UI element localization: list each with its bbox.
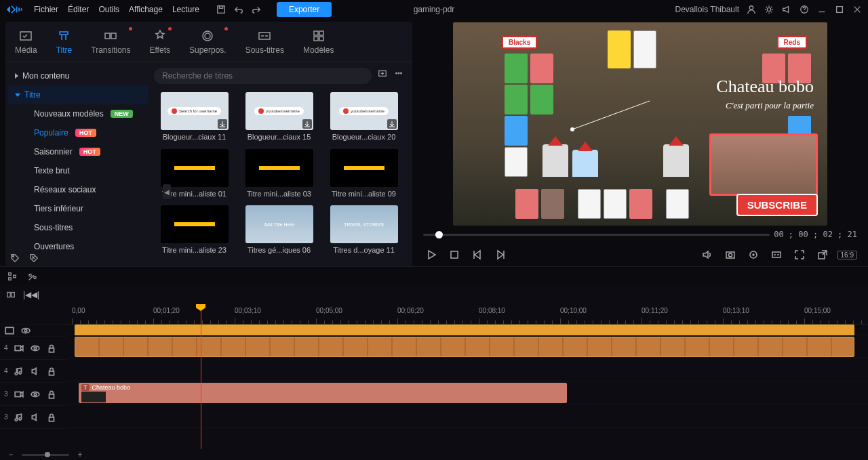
maximize-icon[interactable] bbox=[834, 4, 845, 15]
eye-icon[interactable] bbox=[20, 325, 31, 336]
quality-icon[interactable] bbox=[745, 247, 762, 263]
playhead[interactable] bbox=[201, 304, 201, 449]
sidebar-item-tiersinfrieur[interactable]: Tiers inférieur bbox=[8, 199, 149, 218]
template-card[interactable]: Titre mini...aliste 09 bbox=[323, 149, 404, 202]
zoom-slider[interactable] bbox=[22, 454, 69, 456]
menu-file[interactable]: Fichier bbox=[34, 5, 58, 14]
sidebar-collapse[interactable]: ◀ bbox=[163, 184, 171, 199]
tab-soustitres[interactable]: Sous-titres bbox=[243, 26, 287, 58]
stop-icon[interactable] bbox=[446, 247, 462, 263]
speaker-icon[interactable] bbox=[30, 366, 41, 377]
download-icon[interactable] bbox=[218, 119, 227, 129]
scrub-track[interactable] bbox=[423, 234, 770, 236]
speaker-icon[interactable] bbox=[30, 412, 41, 423]
track-video-4[interactable] bbox=[66, 335, 868, 358]
template-card[interactable]: Add Title HereTitres gé...iques 06 bbox=[239, 205, 319, 258]
selection-tool-icon[interactable] bbox=[7, 271, 18, 282]
video-clip[interactable] bbox=[75, 337, 854, 357]
download-icon[interactable] bbox=[387, 119, 397, 129]
menu-tools[interactable]: Outils bbox=[98, 5, 119, 14]
user-icon[interactable] bbox=[746, 4, 757, 15]
tab-superpos[interactable]: Superpos. bbox=[186, 26, 229, 58]
undo-icon[interactable] bbox=[233, 4, 244, 15]
lock-icon[interactable] bbox=[46, 389, 57, 400]
game-card bbox=[505, 116, 528, 146]
svg-rect-2 bbox=[21, 8, 22, 11]
sidebar-item-populaire[interactable]: PopulaireHOT bbox=[8, 123, 149, 142]
menu-view[interactable]: Affichage bbox=[129, 5, 163, 14]
menu-playback[interactable]: Lecture bbox=[172, 5, 199, 14]
eye-icon[interactable] bbox=[30, 343, 41, 354]
template-card[interactable]: youtube/usernameBlogueur...ciaux 15 bbox=[239, 92, 319, 145]
megaphone-icon[interactable] bbox=[781, 4, 792, 15]
aspect-ratio[interactable]: 16:9 bbox=[837, 251, 857, 259]
scrub-thumb[interactable] bbox=[435, 231, 443, 238]
lock-icon[interactable] bbox=[46, 366, 57, 377]
snap-icon[interactable] bbox=[5, 289, 16, 300]
snapshot-icon[interactable] bbox=[722, 247, 738, 263]
menu-edit[interactable]: Éditer bbox=[68, 5, 89, 14]
tab-titre[interactable]: Titre bbox=[54, 26, 75, 58]
close-icon[interactable] bbox=[852, 4, 863, 15]
sidebar-item-nouveauxmodles[interactable]: Nouveaux modèlesNEW bbox=[8, 104, 149, 123]
markers-icon[interactable]: |◀◀| bbox=[23, 290, 39, 299]
sidebar-item-saisonnier[interactable]: SaisonnierHOT bbox=[8, 142, 149, 161]
template-card[interactable]: youtube/usernameBlogueur...ciaux 20 bbox=[323, 92, 404, 145]
eye-icon[interactable] bbox=[30, 389, 41, 400]
tab-effets[interactable]: Effets bbox=[147, 26, 173, 58]
gear-icon[interactable] bbox=[764, 4, 774, 15]
pip-camera bbox=[709, 133, 818, 196]
track-audio-3[interactable] bbox=[66, 404, 868, 427]
sidebar-item-soustitres[interactable]: Sous-titres bbox=[8, 218, 149, 237]
next-frame-icon[interactable] bbox=[492, 247, 509, 263]
tag-clear-icon[interactable] bbox=[28, 253, 39, 264]
help-icon[interactable] bbox=[799, 4, 810, 15]
music-icon[interactable] bbox=[14, 412, 24, 423]
caption-icon[interactable] bbox=[768, 247, 785, 263]
popout-icon[interactable] bbox=[814, 247, 831, 263]
clip-header[interactable] bbox=[75, 325, 854, 335]
tracks-area[interactable]: 0,0000;01;2000;03;1000;05;0000;06;2000;0… bbox=[66, 304, 868, 449]
add-folder-icon[interactable] bbox=[377, 68, 388, 79]
lock-icon[interactable] bbox=[46, 343, 57, 354]
minimize-icon[interactable] bbox=[816, 4, 827, 15]
template-card[interactable]: TRAVEL STORIESTitres d...oyage 11 bbox=[323, 205, 404, 258]
redo-icon[interactable] bbox=[251, 4, 262, 15]
download-icon[interactable] bbox=[302, 119, 312, 129]
search-input[interactable] bbox=[154, 68, 372, 84]
track-video-3[interactable]: TChateau bobo bbox=[66, 381, 868, 404]
camera-icon[interactable] bbox=[14, 343, 24, 354]
template-card[interactable]: Titre mini...aliste 23 bbox=[154, 205, 235, 258]
volume-icon[interactable] bbox=[699, 247, 715, 263]
razor-tool-icon[interactable] bbox=[27, 271, 38, 282]
tab-mdia[interactable]: Média bbox=[12, 26, 40, 58]
prev-frame-icon[interactable] bbox=[469, 247, 486, 263]
sidebar-item-textebrut[interactable]: Texte brut bbox=[8, 161, 149, 180]
tab-modles[interactable]: Modèles bbox=[300, 26, 336, 58]
sidebar-category-titre[interactable]: Titre bbox=[8, 85, 149, 104]
tag-icon[interactable] bbox=[9, 253, 20, 264]
template-card[interactable]: Titre mini...aliste 03 bbox=[239, 149, 319, 202]
music-icon[interactable] bbox=[14, 366, 24, 377]
export-button[interactable]: Exporter bbox=[277, 2, 332, 17]
sidebar-item-rseauxsociaux[interactable]: Réseaux sociaux bbox=[8, 180, 149, 199]
fit-icon[interactable] bbox=[791, 247, 808, 263]
film-icon[interactable] bbox=[4, 325, 15, 336]
zoom-thumb[interactable] bbox=[45, 452, 50, 457]
svg-rect-3 bbox=[218, 6, 225, 14]
camera-icon[interactable] bbox=[14, 389, 24, 400]
time-ruler[interactable]: 0,0000;01;2000;03;1000;05;0000;06;2000;0… bbox=[66, 304, 868, 325]
lock-icon[interactable] bbox=[46, 412, 57, 423]
track-audio-4[interactable] bbox=[66, 358, 868, 381]
tab-transitions[interactable]: Transitions bbox=[88, 26, 133, 58]
more-icon[interactable] bbox=[393, 68, 404, 79]
play-icon[interactable] bbox=[423, 247, 439, 263]
sidebar-root[interactable]: Mon contenu bbox=[8, 66, 149, 85]
zoom-in-icon[interactable]: + bbox=[75, 449, 85, 460]
timeline-toolbar bbox=[0, 266, 868, 285]
track-top[interactable] bbox=[66, 325, 868, 335]
zoom-out-icon[interactable]: − bbox=[5, 449, 16, 460]
title-clip[interactable]: TChateau bobo bbox=[79, 383, 567, 403]
save-icon[interactable] bbox=[216, 4, 226, 15]
template-card[interactable]: Search for usernameBlogueur...ciaux 11 bbox=[154, 92, 235, 145]
